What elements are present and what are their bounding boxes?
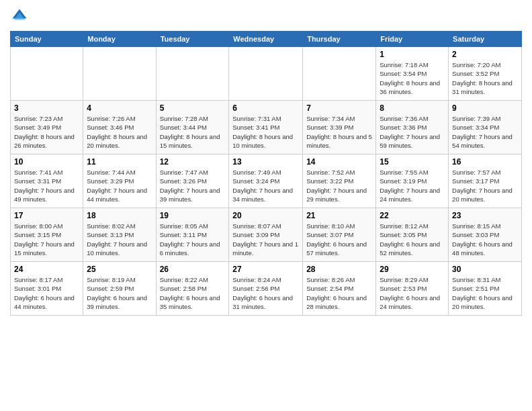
day-info: Sunrise: 8:12 AMSunset: 3:05 PMDaylight:…: [380, 222, 445, 257]
calendar-week-4: 24Sunrise: 8:17 AMSunset: 3:01 PMDayligh…: [11, 262, 522, 316]
day-number: 24: [14, 265, 79, 274]
header-row: Sunday Monday Tuesday Wednesday Thursday…: [11, 32, 522, 47]
day-number: 2: [452, 50, 518, 59]
logo-icon: [10, 7, 29, 26]
calendar-cell: 16Sunrise: 7:57 AMSunset: 3:17 PMDayligh…: [449, 154, 522, 208]
day-info: Sunrise: 7:36 AMSunset: 3:36 PMDaylight:…: [380, 114, 445, 150]
day-info: Sunrise: 8:05 AMSunset: 3:11 PMDaylight:…: [160, 222, 226, 257]
day-info: Sunrise: 8:19 AMSunset: 2:59 PMDaylight:…: [87, 275, 152, 311]
calendar-header: Sunday Monday Tuesday Wednesday Thursday…: [11, 32, 522, 47]
calendar-cell: 11Sunrise: 7:44 AMSunset: 3:29 PMDayligh…: [83, 154, 156, 208]
header-saturday: Saturday: [449, 32, 522, 47]
calendar-cell: 17Sunrise: 8:00 AMSunset: 3:15 PMDayligh…: [11, 208, 83, 262]
calendar-week-3: 17Sunrise: 8:00 AMSunset: 3:15 PMDayligh…: [11, 208, 522, 262]
day-info: Sunrise: 7:23 AMSunset: 3:49 PMDaylight:…: [14, 114, 79, 150]
day-number: 13: [232, 157, 299, 167]
calendar-cell: 30Sunrise: 8:31 AMSunset: 2:51 PMDayligh…: [449, 262, 522, 316]
header-monday: Monday: [83, 32, 156, 47]
calendar-week-2: 10Sunrise: 7:41 AMSunset: 3:31 PMDayligh…: [11, 154, 522, 208]
calendar-cell: 13Sunrise: 7:49 AMSunset: 3:24 PMDayligh…: [229, 154, 303, 208]
calendar-cell: [303, 47, 376, 101]
day-number: 4: [87, 103, 152, 113]
day-number: 5: [160, 103, 226, 113]
day-info: Sunrise: 8:02 AMSunset: 3:13 PMDaylight:…: [87, 222, 152, 257]
calendar-cell: 2Sunrise: 7:20 AMSunset: 3:52 PMDaylight…: [449, 47, 522, 101]
day-info: Sunrise: 7:44 AMSunset: 3:29 PMDaylight:…: [87, 168, 152, 203]
header-sunday: Sunday: [11, 32, 83, 47]
day-number: 17: [14, 211, 79, 220]
calendar-cell: 10Sunrise: 7:41 AMSunset: 3:31 PMDayligh…: [11, 154, 83, 208]
day-info: Sunrise: 8:07 AMSunset: 3:09 PMDaylight:…: [232, 222, 299, 257]
day-number: 11: [87, 157, 152, 167]
calendar-cell: 9Sunrise: 7:39 AMSunset: 3:34 PMDaylight…: [449, 101, 522, 154]
day-info: Sunrise: 7:39 AMSunset: 3:34 PMDaylight:…: [452, 114, 518, 150]
day-info: Sunrise: 7:31 AMSunset: 3:41 PMDaylight:…: [232, 114, 299, 150]
calendar-cell: 3Sunrise: 7:23 AMSunset: 3:49 PMDaylight…: [11, 101, 83, 154]
day-info: Sunrise: 7:47 AMSunset: 3:26 PMDaylight:…: [160, 168, 226, 203]
day-number: 8: [380, 103, 445, 113]
day-info: Sunrise: 7:20 AMSunset: 3:52 PMDaylight:…: [452, 60, 518, 96]
day-number: 9: [452, 103, 518, 113]
day-number: 7: [306, 103, 372, 113]
calendar-cell: 23Sunrise: 8:15 AMSunset: 3:03 PMDayligh…: [449, 208, 522, 262]
day-number: 30: [452, 265, 518, 274]
header-wednesday: Wednesday: [229, 32, 303, 47]
calendar-body: 1Sunrise: 7:18 AMSunset: 3:54 PMDaylight…: [11, 47, 522, 316]
day-info: Sunrise: 7:52 AMSunset: 3:22 PMDaylight:…: [306, 168, 372, 203]
calendar-cell: [156, 47, 229, 101]
day-number: 25: [87, 265, 152, 274]
day-info: Sunrise: 7:49 AMSunset: 3:24 PMDaylight:…: [232, 168, 299, 203]
calendar-cell: [83, 47, 156, 101]
calendar-cell: [11, 47, 83, 101]
day-number: 23: [452, 211, 518, 220]
day-info: Sunrise: 7:57 AMSunset: 3:17 PMDaylight:…: [452, 168, 518, 203]
day-info: Sunrise: 8:17 AMSunset: 3:01 PMDaylight:…: [14, 275, 79, 311]
calendar-cell: 18Sunrise: 8:02 AMSunset: 3:13 PMDayligh…: [83, 208, 156, 262]
day-number: 29: [380, 265, 445, 274]
calendar-cell: 14Sunrise: 7:52 AMSunset: 3:22 PMDayligh…: [303, 154, 376, 208]
day-number: 22: [380, 211, 445, 220]
day-number: 26: [160, 265, 226, 274]
calendar-cell: 6Sunrise: 7:31 AMSunset: 3:41 PMDaylight…: [229, 101, 303, 154]
day-number: 3: [14, 103, 79, 113]
day-number: 1: [380, 50, 445, 59]
day-number: 6: [232, 103, 299, 113]
calendar-cell: 24Sunrise: 8:17 AMSunset: 3:01 PMDayligh…: [11, 262, 83, 316]
calendar-cell: 8Sunrise: 7:36 AMSunset: 3:36 PMDaylight…: [376, 101, 449, 154]
day-info: Sunrise: 7:55 AMSunset: 3:19 PMDaylight:…: [380, 168, 445, 203]
calendar-cell: 29Sunrise: 8:29 AMSunset: 2:53 PMDayligh…: [376, 262, 449, 316]
day-info: Sunrise: 8:31 AMSunset: 2:51 PMDaylight:…: [452, 275, 518, 311]
day-info: Sunrise: 8:15 AMSunset: 3:03 PMDaylight:…: [452, 222, 518, 257]
day-number: 27: [232, 265, 299, 274]
calendar-cell: 21Sunrise: 8:10 AMSunset: 3:07 PMDayligh…: [303, 208, 376, 262]
calendar-table: Sunday Monday Tuesday Wednesday Thursday…: [10, 31, 522, 316]
day-number: 18: [87, 211, 152, 220]
calendar-cell: 1Sunrise: 7:18 AMSunset: 3:54 PMDaylight…: [376, 47, 449, 101]
day-number: 16: [452, 157, 518, 167]
day-info: Sunrise: 8:22 AMSunset: 2:58 PMDaylight:…: [160, 275, 226, 311]
day-number: 21: [306, 211, 372, 220]
day-info: Sunrise: 7:26 AMSunset: 3:46 PMDaylight:…: [87, 114, 152, 150]
calendar-cell: 28Sunrise: 8:26 AMSunset: 2:54 PMDayligh…: [303, 262, 376, 316]
day-number: 19: [160, 211, 226, 220]
day-number: 10: [14, 157, 79, 167]
calendar-week-0: 1Sunrise: 7:18 AMSunset: 3:54 PMDaylight…: [11, 47, 522, 101]
calendar-cell: [229, 47, 303, 101]
day-number: 15: [380, 157, 445, 167]
day-info: Sunrise: 7:34 AMSunset: 3:39 PMDaylight:…: [306, 114, 372, 150]
calendar-cell: 5Sunrise: 7:28 AMSunset: 3:44 PMDaylight…: [156, 101, 229, 154]
calendar-cell: 15Sunrise: 7:55 AMSunset: 3:19 PMDayligh…: [376, 154, 449, 208]
day-info: Sunrise: 8:24 AMSunset: 2:56 PMDaylight:…: [232, 275, 299, 311]
calendar-cell: 26Sunrise: 8:22 AMSunset: 2:58 PMDayligh…: [156, 262, 229, 316]
header: [10, 7, 522, 26]
header-thursday: Thursday: [303, 32, 376, 47]
day-info: Sunrise: 8:29 AMSunset: 2:53 PMDaylight:…: [380, 275, 445, 311]
calendar-week-1: 3Sunrise: 7:23 AMSunset: 3:49 PMDaylight…: [11, 101, 522, 154]
day-info: Sunrise: 7:28 AMSunset: 3:44 PMDaylight:…: [160, 114, 226, 150]
header-friday: Friday: [376, 32, 449, 47]
day-info: Sunrise: 8:10 AMSunset: 3:07 PMDaylight:…: [306, 222, 372, 257]
logo: [10, 7, 30, 26]
page: Sunday Monday Tuesday Wednesday Thursday…: [0, 0, 532, 411]
day-info: Sunrise: 7:41 AMSunset: 3:31 PMDaylight:…: [14, 168, 79, 203]
calendar-cell: 22Sunrise: 8:12 AMSunset: 3:05 PMDayligh…: [376, 208, 449, 262]
